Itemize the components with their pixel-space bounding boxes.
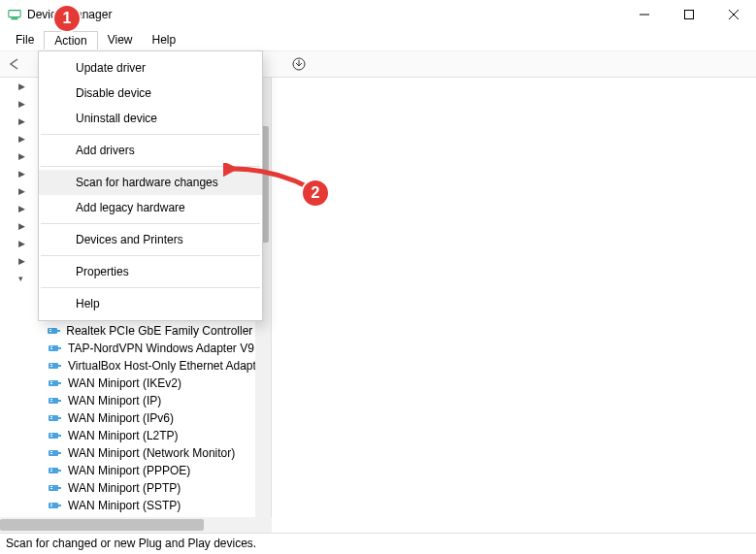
svg-rect-38 bbox=[50, 418, 52, 419]
tree-device-item[interactable]: Realtek PCIe GbE Family Controller #2 bbox=[0, 322, 271, 340]
device-label: WAN Miniport (IP) bbox=[66, 393, 163, 408]
svg-rect-19 bbox=[49, 345, 58, 351]
statusbar: Scan for changed or new Plug and Play de… bbox=[0, 533, 756, 554]
scan-toolbar-button[interactable] bbox=[291, 56, 307, 72]
menu-separator bbox=[41, 255, 260, 256]
svg-rect-53 bbox=[50, 486, 52, 487]
tree-device-item[interactable]: VirtualBox Host-Only Ethernet Adapter bbox=[0, 357, 271, 375]
horizontal-scrollbar[interactable] bbox=[0, 517, 272, 533]
svg-rect-51 bbox=[49, 485, 58, 491]
svg-rect-43 bbox=[49, 450, 58, 456]
svg-rect-25 bbox=[50, 364, 52, 365]
svg-rect-54 bbox=[50, 488, 52, 489]
close-button[interactable] bbox=[711, 0, 756, 29]
svg-rect-55 bbox=[49, 503, 58, 508]
device-label: WAN Miniport (IPv6) bbox=[66, 410, 176, 426]
svg-rect-45 bbox=[50, 451, 52, 452]
svg-rect-16 bbox=[57, 330, 60, 332]
expand-icon[interactable]: ▶ bbox=[14, 186, 29, 196]
expand-icon[interactable]: ▶ bbox=[14, 169, 29, 179]
menu-update-driver[interactable]: Update driver bbox=[39, 55, 262, 81]
svg-rect-34 bbox=[50, 401, 52, 402]
tree-device-item[interactable]: WAN Miniport (IPv6) bbox=[0, 409, 271, 427]
network-adapter-icon bbox=[47, 411, 62, 425]
tree-device-item[interactable]: WAN Miniport (Network Monitor) bbox=[0, 444, 271, 462]
device-label: TAP-NordVPN Windows Adapter V9 bbox=[66, 341, 256, 356]
svg-rect-20 bbox=[58, 347, 61, 349]
svg-rect-31 bbox=[49, 398, 58, 404]
tree-device-item[interactable]: TAP-NordVPN Windows Adapter V9 bbox=[0, 340, 271, 357]
menu-view[interactable]: View bbox=[98, 31, 143, 49]
expand-icon[interactable]: ▶ bbox=[14, 221, 29, 231]
network-adapter-icon bbox=[47, 394, 62, 407]
expand-icon[interactable]: ▶ bbox=[14, 99, 29, 109]
device-label: WAN Miniport (PPPOE) bbox=[66, 463, 192, 478]
menu-properties[interactable]: Properties bbox=[39, 259, 262, 284]
expand-icon[interactable]: ▶ bbox=[14, 81, 29, 91]
tree-device-item[interactable]: WAN Miniport (IP) bbox=[0, 392, 271, 409]
svg-rect-15 bbox=[48, 328, 57, 334]
device-label: Realtek PCIe GbE Family Controller #2 bbox=[64, 323, 271, 339]
maximize-button[interactable] bbox=[667, 0, 711, 29]
svg-rect-30 bbox=[50, 383, 52, 384]
device-label: VirtualBox Host-Only Ethernet Adapter bbox=[66, 358, 269, 374]
status-text: Scan for changed or new Plug and Play de… bbox=[6, 537, 256, 550]
menu-uninstall-device[interactable]: Uninstall device bbox=[39, 106, 262, 131]
network-adapter-icon bbox=[47, 446, 62, 460]
svg-rect-57 bbox=[50, 504, 52, 505]
menu-separator bbox=[41, 134, 260, 135]
back-button[interactable] bbox=[8, 58, 23, 70]
collapse-icon[interactable]: ▾ bbox=[14, 274, 28, 283]
network-adapter-icon bbox=[47, 481, 62, 495]
network-adapter-icon bbox=[47, 342, 62, 355]
svg-rect-41 bbox=[50, 434, 52, 435]
device-label: WAN Miniport (SSTP) bbox=[66, 498, 182, 513]
menu-help[interactable]: Help bbox=[39, 291, 262, 316]
svg-rect-3 bbox=[685, 11, 694, 19]
expand-icon[interactable]: ▶ bbox=[14, 134, 29, 144]
expand-icon[interactable]: ▶ bbox=[14, 204, 29, 213]
menubar: File Action View Help bbox=[0, 29, 756, 50]
menu-action[interactable]: Action bbox=[44, 31, 97, 49]
menu-disable-device[interactable]: Disable device bbox=[39, 81, 262, 106]
svg-rect-28 bbox=[58, 382, 61, 384]
svg-rect-17 bbox=[49, 329, 51, 330]
titlebar: Device Manager bbox=[0, 0, 756, 29]
menu-file[interactable]: File bbox=[6, 31, 44, 49]
menu-separator bbox=[41, 287, 260, 288]
tree-device-item[interactable]: WAN Miniport (PPTP) bbox=[0, 479, 271, 497]
annotation-badge-1: 1 bbox=[52, 4, 82, 33]
svg-rect-42 bbox=[50, 436, 52, 437]
device-label: WAN Miniport (IKEv2) bbox=[66, 375, 183, 391]
expand-icon[interactable]: ▶ bbox=[14, 256, 29, 266]
svg-rect-50 bbox=[50, 471, 52, 472]
svg-rect-49 bbox=[50, 469, 52, 470]
expand-icon[interactable]: ▶ bbox=[14, 151, 29, 161]
menu-add-drivers[interactable]: Add drivers bbox=[39, 138, 262, 163]
device-label: WAN Miniport (Network Monitor) bbox=[66, 445, 237, 461]
svg-rect-18 bbox=[49, 331, 51, 332]
svg-rect-40 bbox=[58, 435, 61, 437]
annotation-badge-2: 2 bbox=[301, 179, 330, 208]
svg-rect-21 bbox=[50, 346, 52, 347]
network-adapter-icon bbox=[47, 429, 62, 442]
tree-device-item[interactable]: WAN Miniport (SSTP) bbox=[0, 497, 271, 514]
menu-devices-printers[interactable]: Devices and Printers bbox=[39, 227, 262, 252]
tree-device-item[interactable]: WAN Miniport (PPPOE) bbox=[0, 462, 271, 479]
svg-rect-29 bbox=[50, 381, 52, 382]
svg-rect-32 bbox=[58, 400, 61, 402]
tree-device-item[interactable]: WAN Miniport (L2TP) bbox=[0, 427, 271, 444]
svg-rect-27 bbox=[49, 380, 58, 386]
svg-rect-37 bbox=[50, 416, 52, 417]
tree-device-item[interactable]: WAN Miniport (IKEv2) bbox=[0, 375, 271, 392]
svg-rect-48 bbox=[58, 470, 61, 472]
minimize-button[interactable] bbox=[622, 0, 667, 29]
menu-help[interactable]: Help bbox=[143, 31, 186, 49]
svg-rect-47 bbox=[49, 468, 58, 473]
svg-rect-46 bbox=[50, 453, 52, 454]
svg-rect-58 bbox=[50, 505, 52, 506]
svg-rect-56 bbox=[58, 505, 61, 506]
svg-rect-1 bbox=[12, 18, 18, 20]
expand-icon[interactable]: ▶ bbox=[14, 239, 29, 248]
expand-icon[interactable]: ▶ bbox=[14, 116, 29, 126]
